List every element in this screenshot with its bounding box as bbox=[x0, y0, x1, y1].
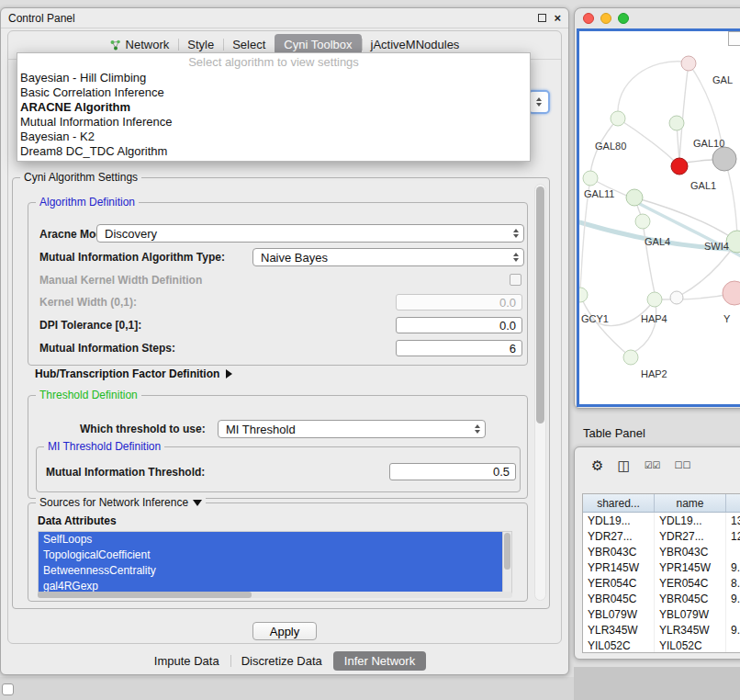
float-window-icon[interactable] bbox=[538, 14, 546, 22]
scrollbar-thumb[interactable] bbox=[38, 592, 252, 598]
scrollbar-thumb[interactable] bbox=[536, 186, 544, 423]
table-cell[interactable]: YLR345W bbox=[583, 622, 655, 638]
table-cell[interactable]: YPR145W bbox=[655, 559, 726, 575]
apply-button[interactable]: Apply bbox=[252, 622, 317, 640]
attribute-list-hscrollbar[interactable] bbox=[38, 592, 512, 598]
table-cell[interactable] bbox=[726, 544, 740, 559]
table-cell[interactable]: 9. bbox=[726, 559, 740, 575]
table-cell[interactable]: YDR27... bbox=[583, 528, 655, 544]
table-cell[interactable]: YER054C bbox=[655, 575, 726, 591]
mi-threshold-input[interactable]: 0.5 bbox=[389, 463, 516, 480]
network-edge[interactable] bbox=[618, 119, 674, 161]
table-row[interactable]: YPR145WYPR145W9. bbox=[583, 559, 740, 575]
collapsed-panel-icon[interactable] bbox=[2, 683, 14, 695]
canvas-tool-chip[interactable] bbox=[728, 31, 740, 46]
table-cell[interactable]: 8. bbox=[726, 575, 740, 591]
attribute-list-scrollbar[interactable] bbox=[502, 532, 511, 594]
network-node[interactable] bbox=[669, 116, 684, 130]
zoom-button[interactable] bbox=[618, 13, 629, 24]
network-edge[interactable] bbox=[582, 299, 631, 357]
table-cell[interactable]: YIL052C bbox=[583, 638, 655, 653]
table-cell[interactable]: YBR043C bbox=[655, 544, 726, 559]
table-row[interactable]: YBR043CYBR043C bbox=[583, 544, 740, 559]
table-cell[interactable]: 13 bbox=[726, 513, 740, 528]
network-edge[interactable] bbox=[685, 160, 714, 163]
column-header[interactable]: name bbox=[655, 494, 726, 512]
table-cell[interactable]: YER054C bbox=[583, 575, 655, 591]
network-node[interactable] bbox=[635, 214, 650, 229]
table-cell[interactable]: 12 bbox=[726, 528, 740, 544]
scrollbar-thumb[interactable] bbox=[504, 533, 510, 570]
table-cell[interactable]: 9. bbox=[726, 591, 740, 606]
network-window-titlebar[interactable] bbox=[575, 8, 740, 28]
network-node[interactable] bbox=[583, 171, 598, 186]
close-window-icon[interactable]: × bbox=[554, 14, 561, 23]
table-row[interactable]: YLR345WYLR345W9. bbox=[583, 622, 740, 638]
network-edge[interactable] bbox=[633, 299, 656, 353]
table-cell[interactable] bbox=[726, 606, 740, 622]
data-attribute-item[interactable]: BetweennessCentrality bbox=[39, 563, 502, 579]
bottom-tab-infer-network[interactable]: Infer Network bbox=[333, 651, 426, 671]
table-cell[interactable]: YPR145W bbox=[583, 559, 655, 575]
bottom-tab-discretize-data[interactable]: Discretize Data bbox=[230, 651, 333, 671]
dpi-tolerance-input[interactable]: 0.0 bbox=[396, 317, 522, 333]
table-cell[interactable]: YBL079W bbox=[655, 606, 726, 622]
select-all-columns-icon[interactable]: ☑☑ bbox=[645, 457, 661, 474]
data-attribute-item[interactable]: SelfLoops bbox=[39, 532, 502, 548]
table-cell[interactable]: YBL079W bbox=[583, 606, 655, 622]
table-cell[interactable]: YBR043C bbox=[583, 544, 655, 559]
network-node[interactable] bbox=[670, 291, 683, 304]
network-node[interactable] bbox=[611, 111, 625, 126]
manual-kernel-checkbox[interactable] bbox=[510, 274, 521, 286]
algorithm-combobox-stepper[interactable] bbox=[528, 90, 550, 114]
settings-scrollbar[interactable] bbox=[534, 184, 546, 601]
kernel-width-input[interactable]: 0.0 bbox=[396, 294, 522, 310]
network-node[interactable] bbox=[671, 158, 688, 175]
algorithm-option[interactable]: Bayesian - K2 bbox=[17, 130, 530, 144]
sources-group-title[interactable]: Sources for Network Inference bbox=[36, 496, 206, 509]
column-header[interactable]: shared... bbox=[583, 494, 655, 512]
show-columns-icon[interactable]: ◫ bbox=[617, 457, 630, 474]
table-cell[interactable]: YDL19... bbox=[583, 513, 655, 528]
table-row[interactable]: YIL052CYIL052C bbox=[583, 638, 740, 653]
network-node[interactable] bbox=[647, 292, 662, 307]
algorithm-option[interactable]: Dream8 DC_TDC Algorithm bbox=[17, 144, 530, 159]
network-node[interactable] bbox=[712, 147, 736, 171]
deselect-all-columns-icon[interactable]: ☐☐ bbox=[675, 457, 691, 474]
table-cell[interactable]: YLR345W bbox=[655, 622, 726, 638]
table-settings-gear-icon[interactable]: ⚙ bbox=[591, 457, 603, 474]
network-edge[interactable] bbox=[679, 63, 689, 160]
minimize-button[interactable] bbox=[600, 13, 611, 24]
table-cell[interactable] bbox=[726, 638, 740, 653]
algorithm-option[interactable]: Mutual Information Inference bbox=[17, 115, 530, 130]
close-button[interactable] bbox=[583, 13, 594, 24]
control-panel-titlebar[interactable]: Control Panel × bbox=[1, 8, 568, 28]
network-node[interactable] bbox=[723, 281, 740, 305]
which-threshold-select[interactable]: MI Threshold bbox=[218, 420, 486, 438]
table-row[interactable]: YER054CYER054C8. bbox=[583, 575, 740, 591]
column-header[interactable] bbox=[726, 494, 740, 512]
table-cell[interactable]: YDL19... bbox=[655, 513, 726, 528]
table-row[interactable]: YDR27...YDR27...12 bbox=[583, 528, 740, 544]
network-node[interactable] bbox=[626, 189, 643, 206]
mi-algorithm-type-select[interactable]: Naive Bayes bbox=[252, 248, 524, 266]
table-cell[interactable]: YBR045C bbox=[655, 591, 726, 606]
algorithm-option[interactable]: Basic Correlation Inference bbox=[17, 85, 530, 100]
table-row[interactable]: YBR045CYBR045C9. bbox=[583, 591, 740, 606]
hub-section-toggle[interactable]: Hub/Transcription Factor Definition bbox=[35, 367, 232, 380]
network-node[interactable] bbox=[623, 350, 638, 365]
table-row[interactable]: YBL079WYBL079W bbox=[583, 606, 740, 622]
table-row[interactable]: YDL19...YDL19...13 bbox=[583, 513, 740, 528]
table-cell[interactable]: 9. bbox=[726, 622, 740, 638]
data-attribute-item[interactable]: TopologicalCoefficient bbox=[39, 548, 502, 563]
network-canvas[interactable]: GALGAL80GAL10GAL11GAL1SWI4GAL4GCY1HAP4YH… bbox=[577, 28, 740, 407]
table-cell[interactable]: YBR045C bbox=[583, 591, 655, 606]
network-edge[interactable] bbox=[643, 221, 655, 293]
data-attributes-list[interactable]: SelfLoopsTopologicalCoefficientBetweenne… bbox=[38, 531, 512, 595]
bottom-tab-impute-data[interactable]: Impute Data bbox=[143, 651, 230, 671]
algorithm-option[interactable]: ARACNE Algorithm bbox=[17, 100, 530, 115]
mi-steps-input[interactable]: 6 bbox=[396, 340, 522, 356]
aracne-mode-select[interactable]: Discovery bbox=[96, 224, 524, 243]
table-cell[interactable]: YDR27... bbox=[655, 528, 726, 544]
network-edge[interactable] bbox=[618, 62, 683, 119]
